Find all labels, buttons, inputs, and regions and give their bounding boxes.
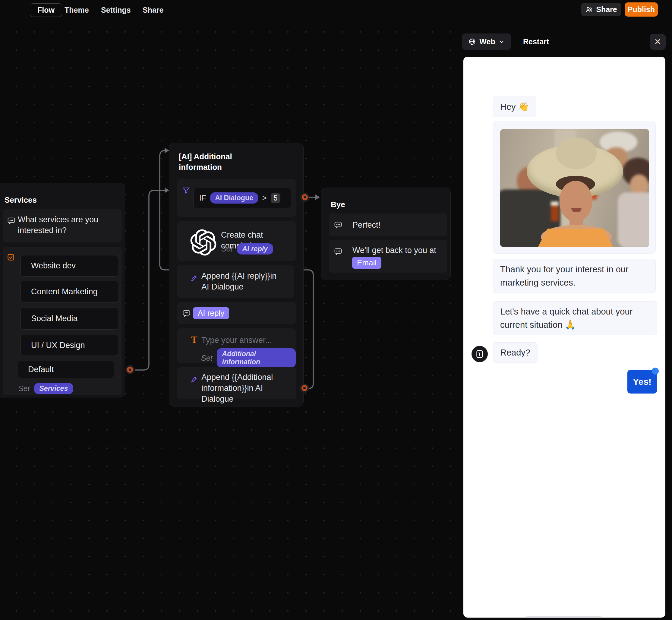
top-navbar: Flow Theme Settings Share Share Publish — [0, 0, 672, 20]
arrowhead-icon — [165, 188, 169, 193]
bye-message-card[interactable]: Perfect! — [329, 213, 447, 237]
node-bye[interactable]: Bye Perfect! We'll get back to you at Em… — [321, 188, 451, 280]
append-step-card[interactable]: Append {{Additional information}}in AI D… — [177, 367, 296, 399]
condition-operator: > — [262, 194, 267, 202]
tab-theme-label: Theme — [64, 6, 89, 14]
input-placeholder: Type your answer... — [202, 335, 272, 345]
node-bye-title: Bye — [331, 199, 345, 210]
preview-panel: Web Restart ✕ Hey 👋 — [459, 20, 672, 620]
runtime-select-button[interactable]: Web — [462, 34, 511, 50]
bot-message-text: Let's have a quick chat about your curre… — [500, 307, 632, 329]
tab-flow-label: Flow — [37, 6, 55, 14]
typebot-logo-icon — [476, 350, 483, 358]
variable-badge[interactable]: Email — [352, 257, 381, 269]
yes-button[interactable]: Yes! — [627, 370, 657, 394]
restart-button[interactable]: Restart — [523, 34, 549, 50]
set-variable-row: Set Additional information — [201, 348, 296, 368]
services-question-card[interactable]: What services are you interested in? — [3, 209, 122, 243]
choice-button[interactable]: UI / UX Design — [20, 335, 118, 356]
pencil-icon — [191, 274, 198, 282]
checkbox-icon — [7, 254, 14, 261]
port-services-default[interactable] — [127, 367, 133, 373]
set-label: Set — [221, 245, 233, 253]
condition-value-chip: 5 — [271, 193, 280, 203]
share-button[interactable]: Share — [581, 3, 621, 16]
append-step-text: Append {{AI reply}}in AI Dialogue — [202, 270, 283, 292]
openai-step-card[interactable]: Create chat completion Set AI reply — [177, 221, 296, 261]
choice-label: UI / UX Design — [31, 341, 85, 350]
choice-button[interactable]: Content Marketing — [20, 281, 118, 303]
variable-badge[interactable]: AI reply — [237, 243, 273, 255]
tab-flow[interactable]: Flow — [30, 3, 62, 17]
bot-message-bubble: Thank you for your interest in our marke… — [493, 259, 656, 293]
tab-settings-label: Settings — [101, 6, 131, 14]
bubble-variable-badge[interactable]: AI reply — [193, 307, 229, 319]
chat-preview: Hey 👋 — [463, 57, 665, 618]
bye-message-card[interactable]: We'll get back to you at Email — [329, 240, 447, 273]
condition-variable-badge: AI Dialogue — [210, 192, 258, 204]
if-label: IF — [199, 194, 206, 202]
publish-button-label: Publish — [628, 5, 655, 14]
unread-dot — [652, 368, 659, 374]
pencil-icon — [191, 376, 198, 384]
close-preview-button[interactable]: ✕ — [650, 34, 666, 50]
bot-avatar — [471, 346, 488, 362]
filter-icon — [183, 187, 190, 194]
append-step-card[interactable]: Append {{AI reply}}in AI Dialogue — [177, 265, 294, 298]
bot-message-bubble: Hey 👋 — [493, 97, 536, 117]
hero-image — [500, 129, 649, 247]
choice-button-default[interactable]: Default — [18, 361, 114, 378]
services-question-text: What services are you interested in? — [18, 214, 108, 236]
node-services-title: Services — [4, 195, 37, 205]
text-input-step-card[interactable]: T Type your answer... Set Additional inf… — [177, 328, 296, 363]
tab-share-label: Share — [143, 6, 163, 14]
bot-message-bubble: Let's have a quick chat about your curre… — [493, 301, 657, 335]
bot-message-bubble: Ready? — [493, 342, 538, 363]
set-variable-row: Set Services — [18, 383, 73, 394]
bot-message-text: Ready? — [500, 348, 530, 357]
chevron-down-icon — [499, 39, 504, 44]
yes-button-label: Yes! — [633, 377, 652, 387]
tab-theme[interactable]: Theme — [64, 0, 89, 20]
set-label: Set — [18, 384, 30, 393]
condition-card[interactable]: IF AI Dialogue > 5 — [177, 179, 296, 217]
variable-badge[interactable]: Additional information — [217, 348, 296, 368]
tab-settings[interactable]: Settings — [101, 0, 131, 20]
tab-share[interactable]: Share — [143, 0, 163, 20]
bubble-step-card[interactable]: AI reply — [177, 302, 296, 324]
port-ai-bottom[interactable] — [301, 385, 307, 391]
bot-image-card — [493, 121, 656, 254]
choice-label: Content Marketing — [31, 287, 98, 297]
text-input-icon: T — [191, 334, 198, 345]
node-ai-title: [AI] Additional information — [179, 151, 257, 172]
services-choices-card[interactable]: Website dev Content Marketing Social Med… — [3, 247, 122, 395]
port-ai-condition[interactable] — [302, 194, 308, 200]
node-services[interactable]: Services What services are you intereste… — [0, 183, 125, 398]
arrowhead-icon — [165, 148, 169, 153]
runtime-select-value: Web — [480, 37, 495, 46]
append-step-text: Append {{Additional information}}in AI D… — [202, 372, 292, 404]
set-variable-row: Set AI reply — [221, 243, 273, 255]
share-button-label: Share — [596, 5, 617, 14]
restart-label: Restart — [523, 37, 549, 46]
people-icon — [585, 6, 593, 13]
choice-label: Website dev — [31, 261, 76, 270]
node-ai-additional-information[interactable]: [AI] Additional information IF AI Dialog… — [169, 143, 303, 407]
publish-button[interactable]: Publish — [625, 2, 658, 16]
chat-bubble-icon — [183, 310, 190, 317]
set-label: Set — [201, 354, 213, 362]
chat-bubble-icon — [7, 217, 15, 224]
openai-icon — [190, 229, 217, 256]
variable-badge[interactable]: Services — [34, 383, 73, 394]
choice-label: Social Media — [31, 314, 78, 323]
globe-icon — [468, 38, 476, 45]
choice-label: Default — [28, 365, 54, 374]
bye-message-text: We'll get back to you at — [352, 245, 436, 256]
condition-expression[interactable]: IF AI Dialogue > 5 — [193, 188, 291, 208]
made-with-typebot-badge[interactable]: Made with Typebot — [525, 616, 603, 618]
choice-button[interactable]: Website dev — [20, 255, 118, 276]
bot-message-text: Thank you for your interest in our marke… — [500, 264, 629, 288]
choice-button[interactable]: Social Media — [20, 308, 118, 329]
bot-message-text: Hey 👋 — [500, 102, 529, 112]
chat-bubble-icon — [334, 222, 342, 228]
